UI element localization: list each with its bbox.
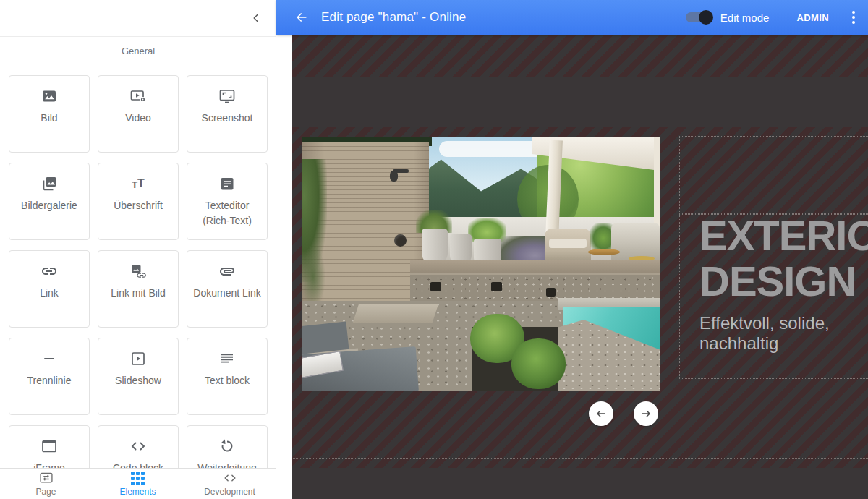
back-arrow-icon bbox=[294, 10, 309, 25]
general-section-divider: General bbox=[6, 45, 271, 56]
redirect-icon bbox=[218, 437, 236, 456]
slide-heading-line1: EXTERIOR bbox=[699, 213, 868, 258]
element-card-label: Überschrift bbox=[109, 198, 167, 213]
element-card-label: Trennlinie bbox=[23, 373, 76, 388]
screenshot-icon bbox=[218, 87, 236, 106]
sidebar-header bbox=[0, 0, 276, 37]
arrow-left-icon bbox=[595, 407, 608, 420]
arrow-right-icon bbox=[639, 407, 652, 420]
divider-icon bbox=[41, 349, 58, 368]
element-card-label: Slideshow bbox=[111, 373, 166, 388]
photo-vine bbox=[302, 246, 325, 307]
element-card-label: Bild bbox=[36, 111, 61, 126]
element-card-link[interactable]: Link bbox=[9, 250, 90, 328]
slide-text-element[interactable]: EXTERIOR DESIGN Effektvoll, solide, nach… bbox=[699, 213, 868, 354]
element-card-video[interactable]: Video bbox=[98, 75, 179, 153]
element-card-label: Screenshot bbox=[197, 111, 258, 126]
element-card-screenshot[interactable]: Screenshot bbox=[187, 75, 268, 153]
element-card-label: Link mit Bild bbox=[106, 286, 169, 301]
gallery-icon bbox=[41, 174, 58, 193]
element-card-bild[interactable]: Bild bbox=[9, 75, 90, 153]
photo-step-platform bbox=[353, 304, 438, 323]
slideshow-next-button[interactable] bbox=[634, 401, 658, 426]
divider-line bbox=[168, 51, 271, 51]
elements-sidebar: General Bild Video Screenshot Bil bbox=[0, 0, 277, 499]
tab-page[interactable]: Page bbox=[0, 469, 92, 499]
editor-main: Edit page "hama" - Online Edit mode ADMI… bbox=[276, 0, 868, 499]
photo-coffee-table bbox=[588, 249, 620, 255]
photo-column-right bbox=[654, 137, 660, 230]
video-icon bbox=[129, 87, 147, 106]
edit-outline-upper bbox=[679, 136, 868, 215]
section-label: General bbox=[109, 46, 168, 56]
photo-step-light bbox=[546, 288, 556, 297]
tab-label: Page bbox=[35, 487, 56, 497]
element-card-label: Dokument Link bbox=[189, 286, 265, 301]
photo-bush bbox=[511, 338, 566, 389]
edit-outline-section-bottom bbox=[292, 458, 868, 459]
element-card-slideshow[interactable]: Slideshow bbox=[98, 338, 179, 415]
overflow-menu-icon[interactable] bbox=[848, 11, 859, 24]
slide-heading-line2: DESIGN bbox=[699, 258, 868, 304]
code-icon bbox=[129, 437, 147, 456]
element-card-trennlinie[interactable]: Trennlinie bbox=[9, 338, 90, 415]
textblock-icon bbox=[218, 349, 236, 368]
divider-line bbox=[6, 51, 109, 51]
iframe-icon bbox=[41, 437, 58, 456]
edit-mode-label: Edit mode bbox=[720, 12, 770, 24]
back-button[interactable] bbox=[294, 9, 310, 25]
element-card-label: Text block bbox=[200, 373, 254, 388]
element-card-label: Texteditor (Rich-Text) bbox=[187, 198, 267, 229]
slide-image[interactable] bbox=[302, 137, 660, 391]
slideshow-icon bbox=[129, 349, 147, 368]
admin-button[interactable]: ADMIN bbox=[796, 12, 829, 23]
slide-subtitle-line1: Effektvoll, solide, bbox=[699, 313, 868, 333]
app-bar: Edit page "hama" - Online Edit mode ADMI… bbox=[276, 0, 868, 35]
photo-step-light bbox=[491, 282, 502, 291]
page-title: Edit page "hama" - Online bbox=[321, 10, 466, 25]
element-card-label: Link bbox=[35, 286, 63, 301]
element-card-bildergalerie[interactable]: Bildergalerie bbox=[9, 163, 90, 240]
photo-planter-pot bbox=[422, 229, 448, 265]
tab-label: Elements bbox=[119, 487, 156, 497]
sidebar-bottom-nav: Page Elements Development bbox=[0, 468, 276, 499]
collapse-sidebar-button[interactable] bbox=[247, 9, 265, 27]
edit-mode-toggle[interactable] bbox=[686, 12, 712, 22]
element-cards-grid: Bild Video Screenshot Bildergalerie TT Ü… bbox=[9, 75, 276, 499]
element-card-label: Video bbox=[121, 111, 156, 126]
photo-shower-valve bbox=[394, 234, 407, 247]
element-card-label: Bildergalerie bbox=[17, 198, 82, 213]
photo-chair-cushion bbox=[549, 239, 587, 248]
heading-icon: TT bbox=[132, 174, 145, 193]
element-card-link-mit-bild[interactable]: Link mit Bild bbox=[98, 250, 179, 328]
chevron-left-icon bbox=[250, 12, 262, 24]
page-icon bbox=[38, 471, 54, 485]
image-icon bbox=[41, 87, 58, 106]
element-card-text-block[interactable]: Text block bbox=[187, 338, 268, 415]
link-icon bbox=[41, 262, 58, 281]
link-image-icon bbox=[129, 262, 147, 281]
elements-grid-icon bbox=[131, 472, 145, 485]
photo-upper-terrace bbox=[410, 260, 660, 275]
slideshow-prev-button[interactable] bbox=[589, 401, 613, 426]
element-card-dokument-link[interactable]: Dokument Link bbox=[187, 250, 268, 328]
attachment-icon bbox=[218, 262, 236, 281]
striped-band-top bbox=[292, 35, 868, 77]
slide-subtitle-line2: nachhaltig bbox=[699, 333, 868, 354]
development-icon bbox=[222, 471, 238, 485]
element-card-texteditor[interactable]: Texteditor (Rich-Text) bbox=[187, 163, 268, 240]
page-preview-canvas: EXTERIOR DESIGN Effektvoll, solide, nach… bbox=[292, 35, 868, 499]
richtext-icon bbox=[218, 174, 236, 193]
tab-development[interactable]: Development bbox=[184, 469, 276, 499]
tab-label: Development bbox=[204, 487, 255, 497]
toggle-knob bbox=[699, 10, 713, 25]
element-card-ueberschrift[interactable]: TT Überschrift bbox=[98, 163, 179, 240]
photo-shower-head bbox=[390, 171, 398, 182]
photo-step-light bbox=[430, 282, 441, 291]
tab-elements[interactable]: Elements bbox=[92, 469, 184, 499]
